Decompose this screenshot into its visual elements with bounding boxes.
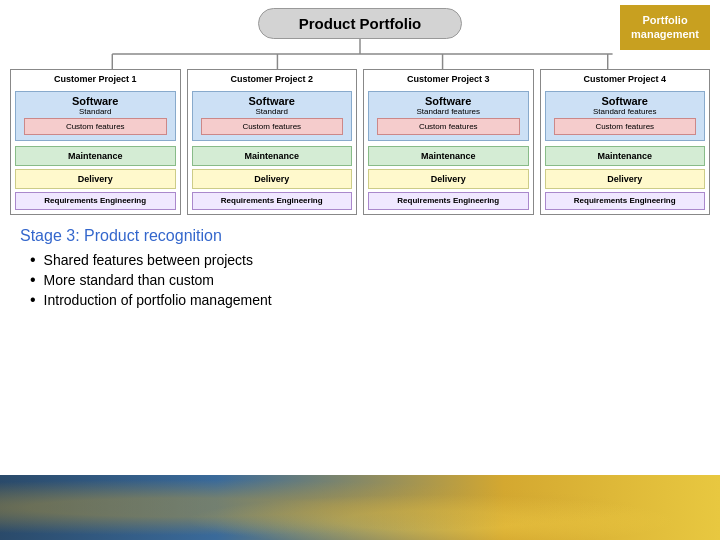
projects-row: Customer Project 1 Software Standard Cus… [0,69,720,215]
stage-list: • Shared features between projects • Mor… [20,251,700,309]
project-column-4: Customer Project 4 Software Standard fea… [540,69,711,215]
portfolio-mgmt-label: Portfolio management [631,14,699,40]
project-1-software-label: Software [20,95,171,107]
top-section: Portfolio management Product Portfolio [0,0,720,69]
project-1-maintenance: Maintenance [15,146,176,166]
stage-title: Stage 3: Product recognition [20,227,700,245]
project-3-maintenance: Maintenance [368,146,529,166]
project-4-custom-features: Custom features [554,118,697,135]
project-1-standard-label: Standard [20,107,171,116]
project-2-software-label: Software [197,95,348,107]
project-3-req-eng: Requirements Engineering [368,192,529,210]
project-2-delivery: Delivery [192,169,353,189]
project-2-maintenance: Maintenance [192,146,353,166]
stage-bullet-3: • Introduction of portfolio management [30,291,700,309]
stage-section: Stage 3: Product recognition • Shared fe… [0,215,720,319]
bottom-image-overlay [0,475,720,540]
project-column-1: Customer Project 1 Software Standard Cus… [10,69,181,215]
project-4-maintenance: Maintenance [545,146,706,166]
project-3-title: Customer Project 3 [368,74,529,84]
project-4-software-box: Software Standard features Custom featur… [545,91,706,141]
project-4-title: Customer Project 4 [545,74,706,84]
project-1-software-box: Software Standard Custom features [15,91,176,141]
project-2-custom-features: Custom features [201,118,344,135]
project-1-title: Customer Project 1 [15,74,176,84]
stage-bullet-2: • More standard than custom [30,271,700,289]
project-3-delivery: Delivery [368,169,529,189]
product-portfolio-title: Product Portfolio [258,8,463,39]
project-3-standard-label: Standard features [373,107,524,116]
project-column-2: Customer Project 2 Software Standard Cus… [187,69,358,215]
project-1-delivery: Delivery [15,169,176,189]
project-3-software-label: Software [373,95,524,107]
bullet-icon-3: • [30,291,36,309]
project-4-delivery: Delivery [545,169,706,189]
bullet-icon-2: • [30,271,36,289]
project-1-custom-features: Custom features [24,118,167,135]
project-3-custom-features: Custom features [377,118,520,135]
stage-bullet-1: • Shared features between projects [30,251,700,269]
connector-area [20,39,700,69]
project-4-standard-label: Standard features [550,107,701,116]
project-2-title: Customer Project 2 [192,74,353,84]
bullet-icon-1: • [30,251,36,269]
project-4-software-label: Software [550,95,701,107]
connector-lines [20,39,700,69]
bottom-image-area [0,475,720,540]
project-column-3: Customer Project 3 Software Standard fea… [363,69,534,215]
project-4-req-eng: Requirements Engineering [545,192,706,210]
project-2-standard-label: Standard [197,107,348,116]
project-3-software-box: Software Standard features Custom featur… [368,91,529,141]
project-1-req-eng: Requirements Engineering [15,192,176,210]
product-portfolio-container: Product Portfolio [10,8,710,39]
project-2-software-box: Software Standard Custom features [192,91,353,141]
project-2-req-eng: Requirements Engineering [192,192,353,210]
